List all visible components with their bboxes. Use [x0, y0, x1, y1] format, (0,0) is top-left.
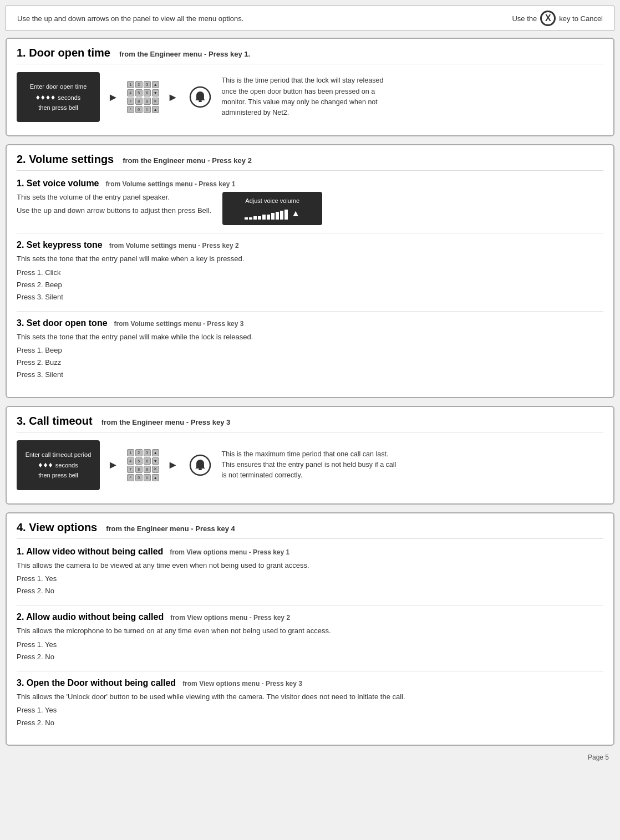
top-bar: Use the up and down arrows on the panel … — [6, 6, 614, 31]
sub3-text1: This sets the tone that the entry panel … — [17, 332, 603, 343]
svg-rect-3 — [199, 469, 202, 470]
page-number: Page 5 — [6, 754, 614, 761]
top-bar-cancel: Use the X key to Cancel — [512, 11, 603, 26]
section-door-open-time: 1. Door open time from the Engineer menu… — [6, 38, 614, 136]
bell-icon-2 — [186, 451, 214, 479]
section2-header: 2. Volume settings from the Engineer men… — [17, 153, 603, 171]
subsection-voice-volume: 1. Set voice volume from Volume settings… — [17, 179, 603, 225]
section1-title: 1. Door open time — [17, 47, 110, 59]
section4-header: 4. View options from the Engineer menu -… — [17, 521, 603, 539]
sub3-title: 3. Set door open tone — [17, 318, 108, 328]
section3-header: 3. Call timeout from the Engineer menu -… — [17, 415, 603, 432]
sub4-1-press-list: Press 1. Yes Press 2. No — [17, 573, 603, 597]
section-view-options: 4. View options from the Engineer menu -… — [6, 512, 614, 746]
sub4-2-press-list: Press 1. Yes Press 2. No — [17, 639, 603, 663]
sub1-title: 1. Set voice volume — [17, 179, 99, 189]
bell-icon-1 — [186, 83, 214, 111]
sub3-press-list: Press 1. Beep Press 2. Buzz Press 3. Sil… — [17, 344, 603, 381]
press-item: Press 3. Silent — [17, 369, 603, 381]
press-item: Press 1. Click — [17, 267, 603, 279]
sub4-1-title: 1. Allow video without being called — [17, 547, 163, 557]
press-item: Press 2. No — [17, 717, 603, 729]
svg-rect-1 — [199, 100, 202, 102]
volume-bar — [245, 210, 288, 220]
section2-from: from the Engineer menu - Press key 2 — [123, 156, 252, 165]
section4-title: 4. View options — [17, 521, 97, 534]
sub4-2-title: 2. Allow audio without being called — [17, 612, 164, 622]
sub2-header: 2. Set keypress tone from Volume setting… — [17, 240, 603, 250]
sub4-3-title: 3. Open the Door without being called — [17, 678, 176, 688]
section3-from: from the Engineer menu - Press key 3 — [101, 418, 231, 426]
press-item: Press 1. Yes — [17, 704, 603, 716]
sub2-press-list: Press 1. Click Press 2. Beep Press 3. Si… — [17, 267, 603, 303]
subsection-allow-video: 1. Allow video without being called from… — [17, 547, 603, 598]
press-item: Press 2. Beep — [17, 279, 603, 291]
press-item: Press 2. No — [17, 585, 603, 597]
sub4-3-header: 3. Open the Door without being called fr… — [17, 678, 603, 688]
press-item: Press 2. Buzz — [17, 357, 603, 369]
sub1-text1: This sets the volume of the entry panel … — [17, 192, 211, 203]
door-open-time-screen: Enter door open time♦♦♦♦ secondsthen pre… — [17, 72, 100, 122]
keypad-1: 123▲ 456▼ 789✕ *0#▲ — [126, 77, 160, 118]
cancel-icon: X — [540, 11, 556, 26]
section-call-timeout: 3. Call timeout from the Engineer menu -… — [6, 406, 614, 505]
volume-up-arrow: ▲ — [291, 208, 300, 218]
sub1-from: from Volume settings menu - Press key 1 — [106, 180, 236, 188]
press-item: Press 3. Silent — [17, 291, 603, 303]
arrow2: ► — [167, 91, 179, 104]
arrow3: ► — [108, 459, 119, 471]
cancel-instruction-before: Use the — [512, 14, 537, 23]
subsection-keypress-tone: 2. Set keypress tone from Volume setting… — [17, 240, 603, 303]
sub4-2-text1: This allows the microphone to be turned … — [17, 625, 603, 637]
cancel-instruction-after: key to Cancel — [559, 14, 603, 23]
sub4-3-press-list: Press 1. Yes Press 2. No — [17, 704, 603, 729]
sub3-header: 3. Set door open tone from Volume settin… — [17, 318, 603, 328]
call-timeout-screen: Enter call timeout period♦♦♦ secondsthen… — [17, 440, 100, 490]
press-item: Press 1. Beep — [17, 344, 603, 357]
sub2-title: 2. Set keypress tone — [17, 240, 103, 250]
subsection-door-open-tone: 3. Set door open tone from Volume settin… — [17, 318, 603, 381]
section1-from: from the Engineer menu - Press key 1. — [119, 50, 250, 58]
sub4-1-from: from View options menu - Press key 1 — [170, 548, 289, 556]
arrow1: ► — [108, 91, 119, 104]
section3-title: 3. Call timeout — [17, 415, 93, 427]
sub1-header: 1. Set voice volume from Volume settings… — [17, 179, 603, 189]
sub4-1-header: 1. Allow video without being called from… — [17, 547, 603, 557]
sub3-from: from Volume settings menu - Press key 3 — [114, 320, 244, 328]
section3-description: This is the maximum time period that one… — [222, 449, 399, 481]
section4-from: from the Engineer menu - Press key 4 — [106, 525, 235, 533]
sub4-2-header: 2. Allow audio without being called from… — [17, 612, 603, 622]
sub4-3-text1: This allows the 'Unlock door' button to … — [17, 691, 603, 702]
press-item: Press 2. No — [17, 651, 603, 663]
sub2-from: from Volume settings menu - Press key 2 — [109, 242, 239, 250]
section1-header: 1. Door open time from the Engineer menu… — [17, 47, 603, 64]
subsection-open-door: 3. Open the Door without being called fr… — [17, 678, 603, 729]
section2-title: 2. Volume settings — [17, 153, 114, 166]
sub2-text1: This sets the tone that the entry panel … — [17, 253, 603, 264]
subsection-allow-audio: 2. Allow audio without being called from… — [17, 612, 603, 663]
arrow4: ► — [167, 459, 179, 471]
voice-volume-screen: Adjust voice volume ▲ — [222, 192, 322, 225]
keypad-2: 123▲ 456▼ 789✕ *0#▲ — [126, 444, 160, 486]
sub1-text2: Use the up and down arrow buttons to adj… — [17, 205, 211, 216]
section3-device-row: Enter call timeout period♦♦♦ secondsthen… — [17, 440, 603, 490]
press-item: Press 1. Yes — [17, 639, 603, 651]
section-volume-settings: 2. Volume settings from the Engineer men… — [6, 144, 614, 398]
top-bar-instructions: Use the up and down arrows on the panel … — [17, 14, 243, 23]
section1-device-row: Enter door open time♦♦♦♦ secondsthen pre… — [17, 72, 603, 122]
sub4-2-from: from View options menu - Press key 2 — [170, 614, 290, 622]
sub4-3-from: from View options menu - Press key 3 — [182, 680, 302, 688]
sub4-1-text1: This allows the camera to be viewed at a… — [17, 560, 603, 571]
press-item: Press 1. Yes — [17, 573, 603, 585]
section1-description: This is the time period that the lock wi… — [222, 75, 399, 119]
